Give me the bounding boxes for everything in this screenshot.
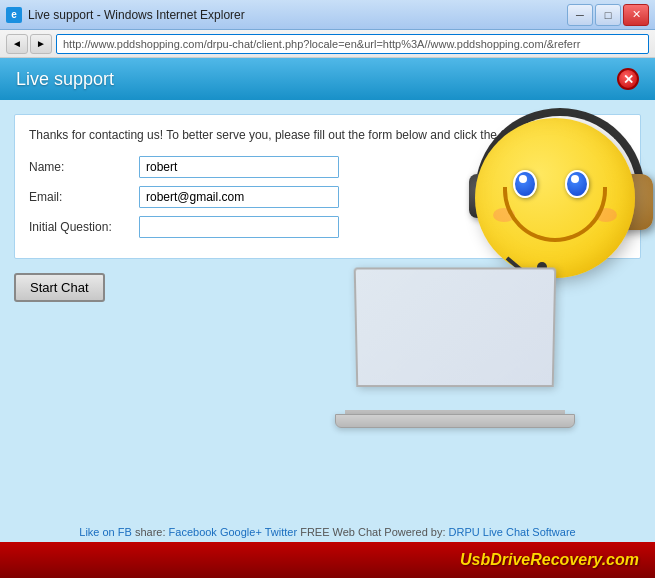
nav-buttons: ◄ ► xyxy=(6,34,52,54)
smile xyxy=(503,187,607,242)
name-input[interactable] xyxy=(139,156,339,178)
title-bar: e Live support - Windows Internet Explor… xyxy=(0,0,655,30)
bottom-banner: UsbDriveRecovery.com xyxy=(0,542,655,578)
minimize-button[interactable]: ─ xyxy=(567,4,593,26)
main-content: Live support ✕ Thanks for contacting us!… xyxy=(0,58,655,578)
start-chat-button[interactable]: Start Chat xyxy=(14,273,105,302)
laptop-base xyxy=(335,414,575,428)
address-input[interactable] xyxy=(56,34,649,54)
close-chat-button[interactable]: ✕ xyxy=(617,68,639,90)
googleplus-link[interactable]: Google+ xyxy=(220,526,262,538)
laptop-screen xyxy=(354,267,557,387)
close-window-button[interactable]: ✕ xyxy=(623,4,649,26)
twitter-link[interactable]: Twitter xyxy=(265,526,297,538)
back-button[interactable]: ◄ xyxy=(6,34,28,54)
smiley-face xyxy=(475,118,635,278)
laptop-screen-inner xyxy=(356,269,555,385)
live-support-header: Live support ✕ xyxy=(0,58,655,100)
free-label: FREE Web Chat Powered by: xyxy=(300,526,445,538)
banner-text: UsbDriveRecovery.com xyxy=(460,551,639,569)
like-on-fb-link[interactable]: Like on FB xyxy=(79,526,132,538)
page-title: Live support xyxy=(16,69,114,90)
email-label: Email: xyxy=(29,190,139,204)
window-title: Live support - Windows Internet Explorer xyxy=(28,8,567,22)
email-input[interactable] xyxy=(139,186,339,208)
question-input[interactable] xyxy=(139,216,339,238)
address-bar: ◄ ► xyxy=(0,30,655,58)
question-label: Initial Question: xyxy=(29,220,139,234)
footer: Like on FB share: Facebook Google+ Twitt… xyxy=(0,526,655,538)
share-label: share: xyxy=(135,526,166,538)
mascot-area xyxy=(365,108,645,448)
ie-icon: e xyxy=(6,7,22,23)
laptop xyxy=(335,268,595,428)
drpu-software-link[interactable]: DRPU Live Chat Software xyxy=(449,526,576,538)
maximize-button[interactable]: □ xyxy=(595,4,621,26)
forward-button[interactable]: ► xyxy=(30,34,52,54)
name-label: Name: xyxy=(29,160,139,174)
facebook-link[interactable]: Facebook xyxy=(169,526,217,538)
window-controls: ─ □ ✕ xyxy=(567,4,649,26)
